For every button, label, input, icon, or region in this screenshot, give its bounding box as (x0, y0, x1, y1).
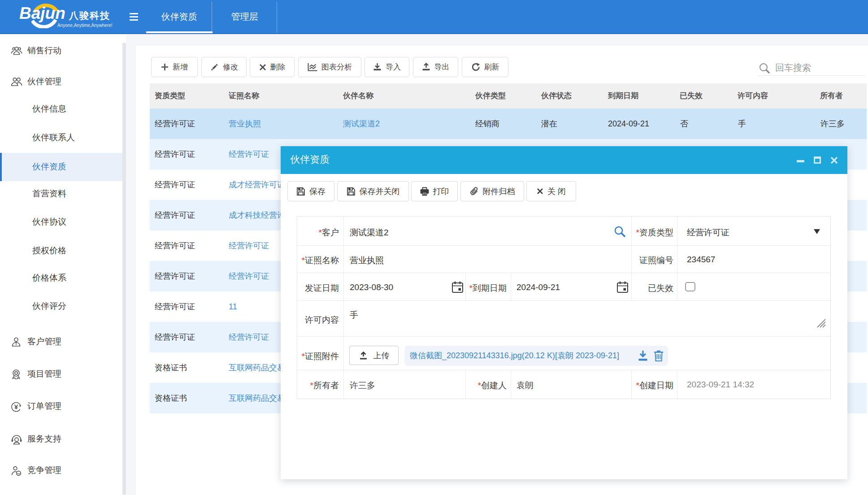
svg-text:vs: vs (17, 472, 20, 475)
